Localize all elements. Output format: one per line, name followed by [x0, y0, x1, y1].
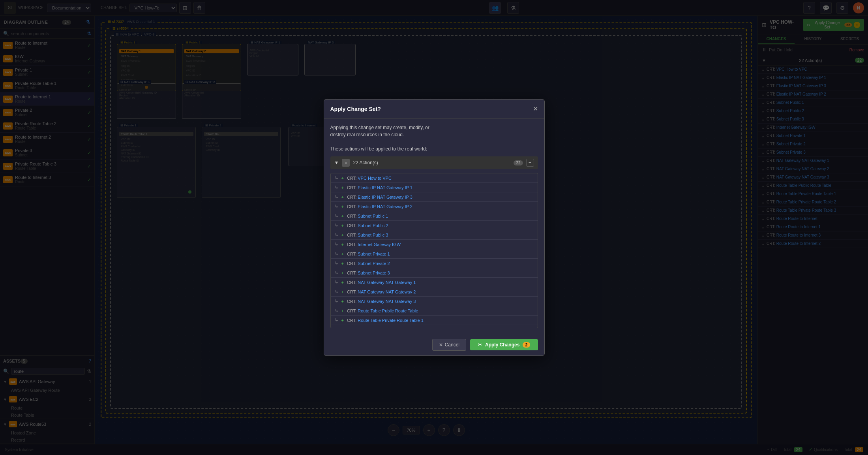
- action-resource-link[interactable]: Route Table Public Route Table: [358, 308, 418, 313]
- action-crt-label: CRT:: [347, 176, 356, 180]
- action-arrow-icon: ↳: [335, 261, 338, 266]
- action-plus-icon: +: [341, 280, 344, 285]
- action-plus-icon: +: [341, 252, 344, 256]
- action-arrow-icon: ↳: [335, 213, 338, 218]
- action-plus-icon: +: [341, 214, 344, 218]
- modal-list-item[interactable]: ↳ + CRT: Internet Gateway IGW: [331, 240, 538, 249]
- modal-actions-count: 22: [514, 160, 523, 165]
- action-arrow-icon: ↳: [335, 232, 338, 237]
- action-crt-label: CRT:: [347, 242, 356, 247]
- action-arrow-icon: ↳: [335, 327, 338, 328]
- action-crt-label: CRT:: [347, 223, 356, 228]
- modal-list-item[interactable]: ↳ + CRT: Subnet Private 3: [331, 268, 538, 278]
- action-arrow-icon: ↳: [335, 175, 338, 180]
- action-plus-icon: +: [341, 327, 344, 329]
- action-crt-label: CRT:: [347, 271, 356, 275]
- action-crt-label: CRT:: [347, 252, 356, 256]
- cancel-x-icon: ✕: [439, 342, 443, 348]
- modal-list-item[interactable]: ↳ + CRT: Route Table Private Route Table…: [331, 316, 538, 325]
- action-resource-link[interactable]: Route Table Private Route Table 1: [358, 318, 424, 323]
- action-plus-icon: +: [341, 290, 344, 294]
- modal-list-item[interactable]: ↳ + CRT: NAT Gateway NAT Gateway 3: [331, 297, 538, 306]
- action-crt-label: CRT:: [347, 290, 356, 294]
- modal-overlay[interactable]: Apply Change Set? ✕ Applying this change…: [0, 0, 868, 455]
- modal-close-button[interactable]: ✕: [533, 105, 538, 113]
- action-plus-icon: +: [341, 204, 344, 209]
- action-resource-link[interactable]: Subnet Private 2: [358, 261, 390, 266]
- action-arrow-icon: ↳: [335, 270, 338, 275]
- action-resource-link[interactable]: Elastic IP NAT Gateway IP 2: [358, 204, 412, 209]
- action-resource-link[interactable]: NAT Gateway NAT Gateway 2: [358, 290, 416, 294]
- modal-warning-text: Applying this change set may create, mod…: [330, 124, 538, 152]
- modal-list-item[interactable]: ↳ + CRT: NAT Gateway NAT Gateway 2: [331, 287, 538, 297]
- action-arrow-icon: ↳: [335, 280, 338, 285]
- action-crt-label: CRT:: [347, 195, 356, 199]
- action-arrow-icon: ↳: [335, 318, 338, 323]
- action-crt-label: CRT:: [347, 318, 356, 323]
- action-arrow-icon: ↳: [335, 299, 338, 304]
- action-plus-icon: +: [341, 195, 344, 199]
- action-resource-link[interactable]: VPC How to VPC: [358, 176, 392, 180]
- modal-list-item[interactable]: ↳ + CRT: NAT Gateway NAT Gateway 1: [331, 278, 538, 287]
- action-resource-link[interactable]: Subnet Public 2: [358, 223, 388, 228]
- cancel-button[interactable]: ✕ Cancel: [432, 339, 466, 351]
- modal-list-item[interactable]: ↳ + CRT: Subnet Private 2: [331, 259, 538, 268]
- modal-list-item[interactable]: ↳ + CRT: Route Table Public Route Table: [331, 306, 538, 316]
- action-crt-label: CRT:: [347, 214, 356, 218]
- action-arrow-icon: ↳: [335, 223, 338, 228]
- apply-change-set-modal: Apply Change Set? ✕ Applying this change…: [324, 99, 545, 356]
- modal-list-item[interactable]: ↳ + CRT: Route Table Private Route Table…: [331, 325, 538, 328]
- action-resource-link[interactable]: Subnet Private 3: [358, 271, 390, 275]
- modal-list-item[interactable]: ↳ + CRT: Subnet Public 1: [331, 211, 538, 221]
- action-plus-icon: +: [341, 261, 344, 266]
- modal-actions-header: ▼ ≡ 22 Action(s) 22 +: [330, 156, 538, 169]
- modal-header: Apply Change Set? ✕: [324, 100, 544, 118]
- modal-actions-list: ↳ + CRT: VPC How to VPC ↳ + CRT: Elastic…: [330, 173, 538, 328]
- action-resource-link[interactable]: Internet Gateway IGW: [358, 242, 401, 247]
- modal-list-item[interactable]: ↳ + CRT: Subnet Public 2: [331, 221, 538, 230]
- modal-actions-title: 22 Action(s): [353, 160, 510, 165]
- action-resource-link[interactable]: Route Table Private Route Table 2: [358, 327, 424, 329]
- action-arrow-icon: ↳: [335, 251, 338, 256]
- action-arrow-icon: ↳: [335, 204, 338, 209]
- action-crt-label: CRT:: [347, 280, 356, 285]
- action-crt-label: CRT:: [347, 327, 356, 329]
- modal-list-item[interactable]: ↳ + CRT: Subnet Public 3: [331, 230, 538, 240]
- action-plus-icon: +: [341, 233, 344, 237]
- action-crt-label: CRT:: [347, 299, 356, 304]
- apply-changes-button[interactable]: ✂ Apply Changes 2: [470, 339, 538, 350]
- modal-actions-icon: ≡: [342, 159, 350, 167]
- modal-body: Applying this change set may create, mod…: [324, 118, 544, 334]
- action-resource-link[interactable]: Subnet Private 1: [358, 252, 390, 256]
- modal-list-item[interactable]: ↳ + CRT: VPC How to VPC: [331, 173, 538, 183]
- action-plus-icon: +: [341, 223, 344, 228]
- action-crt-label: CRT:: [347, 185, 356, 190]
- action-arrow-icon: ↳: [335, 242, 338, 247]
- action-resource-link[interactable]: Subnet Public 3: [358, 233, 388, 237]
- modal-list-item[interactable]: ↳ + CRT: Elastic IP NAT Gateway IP 3: [331, 192, 538, 202]
- action-plus-icon: +: [341, 308, 344, 313]
- modal-footer: ✕ Cancel ✂ Apply Changes 2: [324, 334, 544, 355]
- modal-list-item[interactable]: ↳ + CRT: Subnet Private 1: [331, 249, 538, 259]
- action-crt-label: CRT:: [347, 308, 356, 313]
- action-arrow-icon: ↳: [335, 194, 338, 199]
- action-plus-icon: +: [341, 185, 344, 190]
- action-plus-icon: +: [341, 176, 344, 180]
- action-resource-link[interactable]: Elastic IP NAT Gateway IP 3: [358, 195, 412, 199]
- action-plus-icon: +: [341, 242, 344, 247]
- action-plus-icon: +: [341, 318, 344, 323]
- action-arrow-icon: ↳: [335, 289, 338, 294]
- modal-list-item[interactable]: ↳ + CRT: Elastic IP NAT Gateway IP 1: [331, 183, 538, 192]
- action-resource-link[interactable]: NAT Gateway NAT Gateway 1: [358, 280, 416, 285]
- action-resource-link[interactable]: Elastic IP NAT Gateway IP 1: [358, 185, 412, 190]
- action-resource-link[interactable]: Subnet Public 1: [358, 214, 388, 218]
- action-crt-label: CRT:: [347, 261, 356, 266]
- apply-scissors-icon: ✂: [478, 342, 482, 348]
- action-crt-label: CRT:: [347, 204, 356, 209]
- modal-collapse-button[interactable]: ▼: [334, 160, 339, 165]
- modal-add-button[interactable]: +: [526, 159, 534, 167]
- modal-list-item[interactable]: ↳ + CRT: Elastic IP NAT Gateway IP 2: [331, 202, 538, 211]
- action-resource-link[interactable]: NAT Gateway NAT Gateway 3: [358, 299, 416, 304]
- action-plus-icon: +: [341, 299, 344, 304]
- action-arrow-icon: ↳: [335, 308, 338, 313]
